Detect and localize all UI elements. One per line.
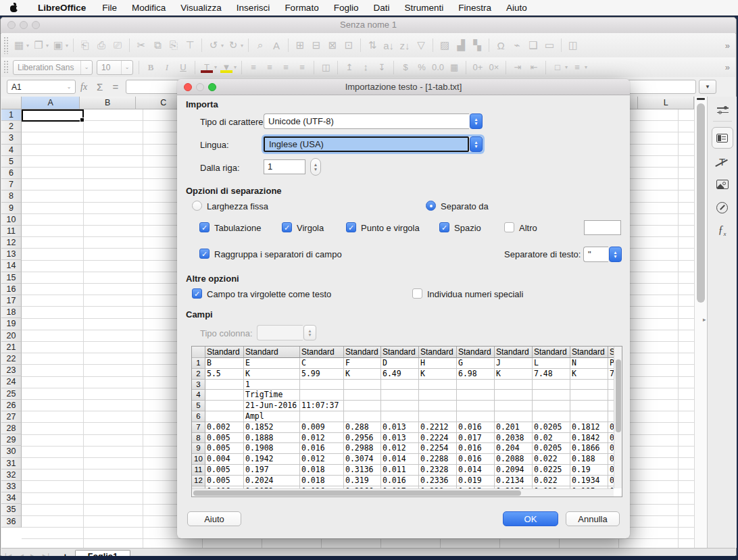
toolbar-grip[interactable] [3,60,8,74]
row-header-31[interactable]: 31 [1,458,22,469]
align-center-icon[interactable]: ≡ [262,61,278,74]
row-header-14[interactable]: 14 [1,260,22,272]
preview-column-header-4[interactable]: Standard [344,347,381,358]
row-header-10[interactable]: 10 [1,214,22,226]
pivot-table-icon[interactable]: ▚ [469,38,485,53]
increase-indent-icon[interactable]: ⇥ [510,61,526,74]
paste-icon[interactable]: ⎘ [166,38,182,53]
fixed-width-radio[interactable] [192,201,202,211]
toolbar-overflow-button[interactable]: » [725,41,735,51]
menu-file[interactable]: File [95,3,124,13]
comma-checkbox[interactable]: ✓ [282,222,292,232]
delete-rows-icon[interactable]: ⊠ [324,38,341,53]
hyperlink-icon[interactable]: ⌁ [509,38,525,53]
row-header-35[interactable]: 35 [1,504,22,515]
column-header-a[interactable]: A [22,97,80,109]
row-header-33[interactable]: 33 [1,481,22,492]
preview-column-header-9[interactable]: Standard [533,347,570,358]
add-decimal-icon[interactable]: 0+ [470,61,486,74]
menu-dati[interactable]: Dati [366,3,397,13]
stepper-icon[interactable]: ▲▼ [470,136,483,152]
sidebar-item-styles[interactable]: T [712,151,733,172]
preview-column-header-1[interactable]: Standard [205,347,244,358]
other-checkbox[interactable] [504,222,514,232]
charset-combo[interactable]: Unicode (UTF-8) ▲▼ [264,113,483,129]
separated-by-radio[interactable] [426,201,436,211]
row-header-16[interactable]: 16 [1,284,22,295]
scrollbar-thumb[interactable] [616,359,621,432]
autofilter-icon[interactable]: ▽ [413,38,429,53]
row-header-5[interactable]: 5 [1,156,22,168]
menu-aiuto[interactable]: Aiuto [499,3,535,13]
row-header-7[interactable]: 7 [1,179,22,190]
format-number-icon[interactable]: 0.0 [430,61,446,74]
insert-columns-icon[interactable]: ⊟ [308,38,324,53]
column-header-b[interactable]: B [80,97,136,109]
equals-icon[interactable]: = [112,81,118,93]
menu-finestra[interactable]: Finestra [451,3,499,13]
column-header-l[interactable]: L [638,97,694,109]
print-icon[interactable]: ⎙ [93,38,109,53]
row-header-15[interactable]: 15 [1,272,22,284]
font-size-combo[interactable]: 10 ⌄ [97,60,133,75]
preview-column-header-5[interactable]: Standard [381,347,419,358]
chevron-down-icon[interactable]: ⌄ [121,61,132,74]
text-delimiter-combo[interactable]: " ▲▼ [583,247,622,262]
fill-handle[interactable] [80,118,84,122]
active-cell-selection[interactable] [22,109,84,122]
border-style-icon[interactable]: ≡ [569,61,585,74]
dialog-title-bar[interactable]: Importazione testo - [1-tab.txt] [177,79,630,95]
preview-column-header-11[interactable]: Standard [608,347,614,358]
vertical-scrollbar-thumb[interactable] [697,103,705,303]
import-preview-table[interactable]: StandardStandardStandardStandardStandard… [191,346,622,497]
format-date-icon[interactable]: ▦ [446,61,462,74]
row-header-22[interactable]: 22 [1,353,22,365]
row-header-19[interactable]: 19 [1,318,22,330]
spelling-icon[interactable]: A [268,38,285,53]
toolbar-overflow-button[interactable]: » [725,62,735,72]
align-right-icon[interactable]: ≡ [278,61,294,74]
align-bottom-icon[interactable]: ↧ [374,61,390,74]
vertical-scrollbar[interactable]: ▸ [694,97,707,548]
print-preview-icon[interactable]: ⎚ [109,38,126,53]
sidebar-item-functions[interactable]: ƒx [712,220,733,240]
bold-icon[interactable]: B [143,61,159,74]
preview-column-header-10[interactable]: Standard [570,347,608,358]
row-header-27[interactable]: 27 [1,411,22,423]
merge-delimiters-checkbox[interactable]: ✓ [199,249,210,259]
merge-cells-icon[interactable]: ◫ [318,61,334,74]
menu-strumenti[interactable]: Strumenti [397,3,451,13]
row-header-18[interactable]: 18 [1,307,22,318]
insert-comment-icon[interactable]: ❑ [525,38,541,53]
select-all-corner[interactable] [1,97,22,109]
menu-inserisci[interactable]: Inserisci [229,3,278,13]
new-document-icon[interactable]: ▦ [11,38,27,53]
quoted-as-text-checkbox[interactable]: ✓ [192,288,202,299]
preview-column-header-2[interactable]: Standard [244,347,300,358]
space-checkbox[interactable]: ✓ [439,222,449,232]
row-header-20[interactable]: 20 [1,330,22,342]
preview-column-header-7[interactable]: Standard [457,347,495,358]
row-header-29[interactable]: 29 [1,434,22,446]
row-header-30[interactable]: 30 [1,446,22,457]
font-name-combo[interactable]: Liberation Sans ⌄ [13,60,93,75]
copy-icon[interactable]: ⧉ [149,38,166,53]
row-header-17[interactable]: 17 [1,295,22,307]
clone-formatting-icon[interactable]: ⊤ [182,38,198,53]
open-icon[interactable]: ❐ [30,38,47,53]
font-color-icon[interactable]: T [199,61,215,74]
decrease-indent-icon[interactable]: ⇤ [526,61,542,74]
tab-checkbox[interactable]: ✓ [199,222,210,232]
from-row-spinner[interactable]: ▲▼ [310,158,321,176]
sidebar-item-gallery[interactable] [712,174,733,195]
preview-horizontal-scrollbar[interactable] [192,488,614,497]
underline-icon[interactable]: U [175,61,191,74]
row-header-1[interactable]: 1 [1,109,22,121]
row-header-12[interactable]: 12 [1,237,22,249]
preview-vertical-scrollbar[interactable] [614,347,622,488]
delete-decimal-icon[interactable]: 0× [486,61,502,74]
row-header-3[interactable]: 3 [1,132,22,144]
detect-special-numbers-checkbox[interactable] [412,288,422,299]
from-row-input[interactable]: 1 [264,159,305,174]
chevron-down-icon[interactable]: ⌄ [80,61,92,74]
